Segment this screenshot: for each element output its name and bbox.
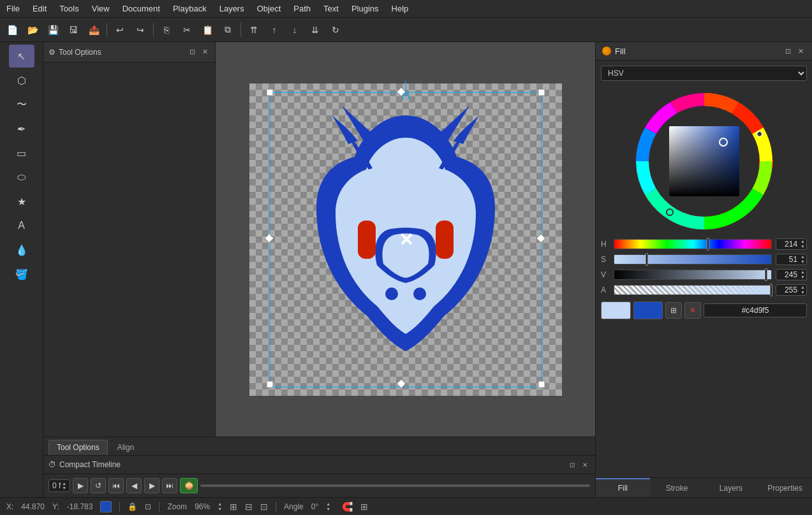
s-value-box[interactable]: ▲ ▼ bbox=[776, 254, 807, 265]
menu-playback[interactable]: Playback bbox=[166, 1, 213, 16]
menu-object[interactable]: Object bbox=[251, 1, 288, 16]
pen-tool[interactable]: ✒ bbox=[9, 117, 34, 140]
zoom-arrows[interactable]: ▲ ▼ bbox=[218, 502, 222, 512]
raise-button[interactable]: ↑ bbox=[265, 21, 284, 39]
timeline-float-btn[interactable]: ⊡ bbox=[567, 460, 577, 470]
v-slider-thumb[interactable] bbox=[765, 268, 767, 281]
h-down-arrow[interactable]: ▼ bbox=[799, 244, 806, 249]
tab-tool-options[interactable]: Tool Options bbox=[48, 440, 108, 455]
menu-text[interactable]: Text bbox=[317, 1, 345, 16]
hex-color-input[interactable] bbox=[704, 303, 807, 317]
menu-document[interactable]: Document bbox=[116, 1, 166, 16]
menu-help[interactable]: Help bbox=[385, 1, 415, 16]
fill-close-btn[interactable]: ✕ bbox=[795, 46, 806, 56]
a-slider-track[interactable] bbox=[614, 285, 772, 295]
play-button[interactable]: ▶ bbox=[73, 478, 88, 493]
v-slider-track[interactable] bbox=[614, 270, 772, 280]
a-down-arrow[interactable]: ▼ bbox=[799, 290, 806, 295]
menu-file[interactable]: File bbox=[0, 1, 26, 16]
angle-arrows[interactable]: ▲ ▼ bbox=[326, 502, 330, 512]
a-slider-thumb[interactable] bbox=[770, 284, 772, 296]
lower-button[interactable]: ↓ bbox=[285, 21, 304, 39]
snap-icon[interactable]: 🧲 bbox=[342, 502, 353, 512]
menu-edit[interactable]: Edit bbox=[26, 1, 53, 16]
tab-properties[interactable]: Properties bbox=[758, 478, 812, 497]
zoom-out-icon[interactable]: ⊟ bbox=[245, 502, 253, 512]
first-frame-button[interactable]: ⏮ bbox=[108, 478, 124, 493]
v-up-arrow[interactable]: ▲ bbox=[799, 270, 806, 275]
onion-skin-button[interactable]: 🧅 bbox=[180, 478, 198, 493]
frame-down-arrow[interactable]: ▼ bbox=[62, 486, 66, 490]
fill-float-btn[interactable]: ⊡ bbox=[783, 46, 793, 56]
copy-doc-button[interactable]: ⎘ bbox=[157, 21, 176, 39]
paint-bucket-tool[interactable]: 🪣 bbox=[9, 263, 34, 286]
primary-swatch[interactable] bbox=[601, 301, 631, 319]
raise-top-button[interactable]: ⇈ bbox=[244, 21, 263, 39]
h-value-input[interactable] bbox=[776, 239, 799, 249]
star-tool[interactable]: ★ bbox=[9, 190, 34, 213]
zoom-down[interactable]: ▼ bbox=[218, 507, 222, 512]
angle-up[interactable]: ▲ bbox=[326, 502, 330, 507]
tab-align[interactable]: Align bbox=[109, 440, 143, 455]
angle-down[interactable]: ▼ bbox=[326, 507, 330, 512]
dup-button[interactable]: ⧉ bbox=[218, 21, 237, 39]
next-frame-button[interactable]: ▶ bbox=[144, 478, 159, 493]
node-tool[interactable]: ⬡ bbox=[9, 69, 34, 92]
a-up-arrow[interactable]: ▲ bbox=[799, 285, 806, 290]
select-tool[interactable]: ↖ bbox=[9, 45, 34, 68]
menu-tools[interactable]: Tools bbox=[53, 1, 85, 16]
canvas-area[interactable]: ✕ bbox=[216, 42, 595, 437]
s-value-input[interactable] bbox=[776, 254, 799, 265]
tab-fill[interactable]: Fill bbox=[596, 478, 650, 497]
new-button[interactable]: 📄 bbox=[3, 21, 22, 39]
timeline-slider[interactable] bbox=[200, 484, 590, 487]
menu-view[interactable]: View bbox=[85, 1, 116, 16]
clear-color-btn[interactable]: ✕ bbox=[684, 302, 701, 319]
h-up-arrow[interactable]: ▲ bbox=[799, 239, 806, 244]
tab-layers[interactable]: Layers bbox=[704, 478, 758, 497]
zoom-page-icon[interactable]: ⊡ bbox=[260, 502, 268, 512]
save-as-button[interactable]: 🖫 bbox=[64, 21, 83, 39]
canvas-svg[interactable]: ✕ bbox=[249, 83, 562, 396]
tool-options-float-btn[interactable]: ⊡ bbox=[187, 47, 197, 57]
a-value-input[interactable] bbox=[776, 285, 799, 295]
color-model-select[interactable]: HSV bbox=[601, 66, 807, 81]
s-slider-track[interactable] bbox=[614, 254, 772, 265]
secondary-swatch[interactable] bbox=[633, 301, 663, 319]
menu-layers[interactable]: Layers bbox=[213, 1, 251, 16]
paste-button[interactable]: 📋 bbox=[198, 21, 217, 39]
s-slider-thumb[interactable] bbox=[646, 253, 648, 266]
zoom-up[interactable]: ▲ bbox=[218, 502, 222, 507]
canvas-wrapper[interactable]: ✕ bbox=[249, 83, 562, 396]
open-button[interactable]: 📂 bbox=[23, 21, 42, 39]
rotate-button[interactable]: ↻ bbox=[326, 21, 345, 39]
v-value-box[interactable]: ▲ ▼ bbox=[776, 269, 807, 280]
a-value-box[interactable]: ▲ ▼ bbox=[776, 284, 807, 296]
dropper-tool[interactable]: 💧 bbox=[9, 238, 34, 261]
menu-path[interactable]: Path bbox=[287, 1, 317, 16]
tool-options-close-btn[interactable]: ✕ bbox=[200, 47, 210, 57]
undo-button[interactable]: ↩ bbox=[110, 21, 129, 39]
s-down-arrow[interactable]: ▼ bbox=[799, 259, 806, 265]
save-button[interactable]: 💾 bbox=[43, 21, 63, 39]
h-value-box[interactable]: ▲ ▼ bbox=[776, 238, 807, 250]
zoom-fit-icon[interactable]: ⊞ bbox=[230, 502, 237, 512]
redo-button[interactable]: ↪ bbox=[131, 21, 150, 39]
cut-button[interactable]: ✂ bbox=[177, 21, 196, 39]
tab-stroke[interactable]: Stroke bbox=[650, 478, 704, 497]
h-slider-thumb[interactable] bbox=[707, 238, 709, 250]
ellipse-tool[interactable]: ⬭ bbox=[9, 166, 34, 189]
grid-icon[interactable]: ⊞ bbox=[360, 502, 368, 512]
s-up-arrow[interactable]: ▲ bbox=[799, 254, 806, 259]
color-wheel-svg[interactable] bbox=[634, 91, 774, 231]
text-tool[interactable]: A bbox=[9, 214, 34, 237]
menu-plugins[interactable]: Plugins bbox=[345, 1, 385, 16]
svg-rect-26[interactable] bbox=[669, 126, 739, 196]
export-button[interactable]: 📤 bbox=[84, 21, 103, 39]
loop-button[interactable]: ↺ bbox=[91, 478, 106, 493]
rect-tool[interactable]: ▭ bbox=[9, 141, 34, 164]
frame-up-arrow[interactable]: ▲ bbox=[62, 481, 66, 486]
tweak-tool[interactable]: 〜 bbox=[9, 93, 34, 116]
v-down-arrow[interactable]: ▼ bbox=[799, 275, 806, 280]
color-picker-btn[interactable]: ⊞ bbox=[665, 302, 682, 319]
